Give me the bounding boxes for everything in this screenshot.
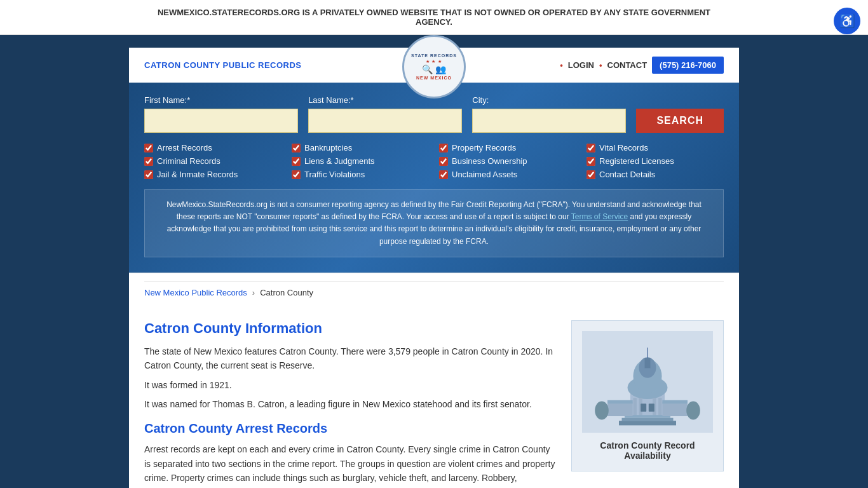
checkbox-vital-records[interactable] — [587, 144, 595, 152]
dot-contact: • — [599, 60, 602, 70]
capitol-card: Catron County Record Availability — [571, 320, 724, 471]
info-paragraph-3: It was named for Thomas B. Catron, a lea… — [144, 397, 556, 411]
disclaimer: NewMexico.StateRecords.org is not a cons… — [144, 189, 724, 257]
svg-rect-12 — [622, 417, 674, 421]
checkbox-item: Jail & Inmate Records — [144, 170, 281, 179]
accessibility-icon: ♿ — [839, 13, 855, 29]
svg-rect-10 — [658, 398, 661, 416]
svg-point-21 — [686, 401, 700, 419]
content-left: Catron County Information The state of N… — [144, 320, 556, 488]
checkbox-item: Contact Details — [587, 170, 724, 179]
checkbox-item: Registered Licenses — [587, 156, 724, 166]
phone-button[interactable]: (575) 216-7060 — [652, 57, 724, 74]
checkbox-label: Bankruptcies — [304, 143, 352, 152]
checkbox-traffic-violations[interactable] — [292, 170, 301, 179]
accessibility-button[interactable]: ♿ — [834, 8, 860, 34]
first-name-label: First Name:* — [144, 95, 298, 105]
search-icon: 🔍 — [422, 64, 433, 74]
breadcrumb-separator: › — [252, 288, 255, 297]
info-paragraph-2: It was formed in 1921. — [144, 378, 556, 392]
checkbox-label: Registered Licenses — [599, 156, 674, 166]
checkbox-label: Traffic Violations — [304, 170, 365, 179]
checkbox-label: Contact Details — [599, 170, 655, 179]
checkbox-bankruptcies[interactable] — [292, 144, 301, 152]
arrest-title: Catron County Arrest Records — [144, 421, 556, 436]
svg-rect-15 — [649, 403, 654, 412]
search-section: First Name:* Last Name:* City: SEARCH Ar… — [129, 83, 739, 273]
svg-point-20 — [595, 401, 609, 419]
checkbox-unclaimed-assets[interactable] — [439, 170, 448, 179]
content-area: Catron County Information The state of N… — [129, 305, 739, 488]
people-icon: 👥 — [435, 64, 446, 74]
city-label: City: — [472, 95, 626, 105]
breadcrumb: New Mexico Public Records › Catron Count… — [144, 288, 724, 297]
first-name-input[interactable] — [144, 109, 298, 133]
info-title: Catron County Information — [144, 320, 556, 337]
checkbox-grid: Arrest RecordsBankruptciesProperty Recor… — [144, 143, 724, 179]
info-paragraph-1: The state of New Mexico features Catron … — [144, 344, 556, 373]
checkbox-label: Liens & Judgments — [304, 156, 375, 166]
svg-rect-14 — [641, 403, 646, 412]
search-button-wrapper: SEARCH — [636, 95, 724, 133]
logo-top-text: STATE RECORDS — [411, 53, 457, 58]
city-group: City: — [472, 95, 626, 133]
search-button[interactable]: SEARCH — [636, 109, 724, 133]
svg-rect-13 — [619, 421, 676, 425]
checkbox-property-records[interactable] — [439, 144, 448, 152]
arrest-text: Arrest records are kept on each and ever… — [144, 442, 556, 485]
checkbox-item: Vital Records — [587, 143, 724, 152]
last-name-group: Last Name:* — [308, 95, 462, 133]
checkbox-label: Vital Records — [599, 143, 648, 152]
checkbox-label: Unclaimed Assets — [452, 170, 517, 179]
city-input[interactable] — [472, 109, 626, 133]
search-fields: First Name:* Last Name:* City: SEARCH — [144, 95, 724, 133]
checkbox-item: Arrest Records — [144, 143, 281, 152]
checkbox-contact-details[interactable] — [587, 170, 595, 179]
checkbox-label: Business Ownership — [452, 156, 527, 166]
top-banner: NEWMEXICO.STATERECORDS.ORG IS A PRIVATEL… — [0, 0, 868, 35]
breadcrumb-parent-link[interactable]: New Mexico Public Records — [144, 288, 247, 297]
breadcrumb-current: Catron County — [260, 288, 313, 297]
main-wrapper: CATRON COUNTY PUBLIC RECORDS STATE RECOR… — [0, 35, 868, 488]
capitol-image — [582, 331, 713, 433]
checkbox-label: Arrest Records — [157, 143, 212, 152]
last-name-input[interactable] — [308, 109, 462, 133]
checkbox-label: Jail & Inmate Records — [157, 170, 238, 179]
checkbox-jail-&-inmate-records[interactable] — [144, 170, 153, 179]
svg-rect-18 — [662, 402, 688, 416]
site-header: CATRON COUNTY PUBLIC RECORDS STATE RECOR… — [129, 48, 739, 83]
site-title: CATRON COUNTY PUBLIC RECORDS — [144, 60, 302, 70]
svg-rect-19 — [662, 400, 688, 403]
terms-link[interactable]: Terms of Service — [571, 212, 628, 221]
breadcrumb-area: New Mexico Public Records › Catron Count… — [129, 273, 739, 305]
svg-rect-17 — [607, 400, 633, 403]
logo-circle: STATE RECORDS ★ ★ ★ 🔍 👥 NEW MEXICO — [402, 35, 466, 98]
checkbox-item: Unclaimed Assets — [439, 170, 576, 179]
checkbox-item: Property Records — [439, 143, 576, 152]
checkbox-item: Liens & Judgments — [292, 156, 429, 166]
dot-login: • — [560, 60, 563, 70]
checkbox-liens-&-judgments[interactable] — [292, 157, 301, 166]
svg-rect-16 — [607, 402, 633, 416]
sidebar-title: Catron County Record Availability — [582, 440, 713, 461]
breadcrumb-divider — [144, 281, 724, 281]
checkbox-registered-licenses[interactable] — [587, 157, 595, 166]
content-right: Catron County Record Availability — [571, 320, 724, 488]
checkbox-item: Business Ownership — [439, 156, 576, 166]
first-name-group: First Name:* — [144, 95, 298, 133]
logo-icons: 🔍 👥 — [422, 64, 446, 74]
banner-text: NEWMEXICO.STATERECORDS.ORG IS A PRIVATEL… — [148, 8, 720, 27]
capitol-svg — [590, 334, 705, 430]
checkbox-arrest-records[interactable] — [144, 144, 153, 152]
logo-bottom-text: NEW MEXICO — [416, 76, 452, 80]
contact-link[interactable]: CONTACT — [607, 60, 648, 70]
checkbox-criminal-records[interactable] — [144, 157, 153, 166]
svg-rect-5 — [645, 358, 651, 368]
nav-right: • LOGIN • CONTACT (575) 216-7060 — [560, 57, 724, 74]
checkbox-item: Bankruptcies — [292, 143, 429, 152]
svg-rect-7 — [634, 398, 637, 416]
checkbox-label: Criminal Records — [157, 156, 220, 166]
login-link[interactable]: LOGIN — [568, 60, 594, 70]
checkbox-business-ownership[interactable] — [439, 157, 448, 166]
checkbox-item: Traffic Violations — [292, 170, 429, 179]
